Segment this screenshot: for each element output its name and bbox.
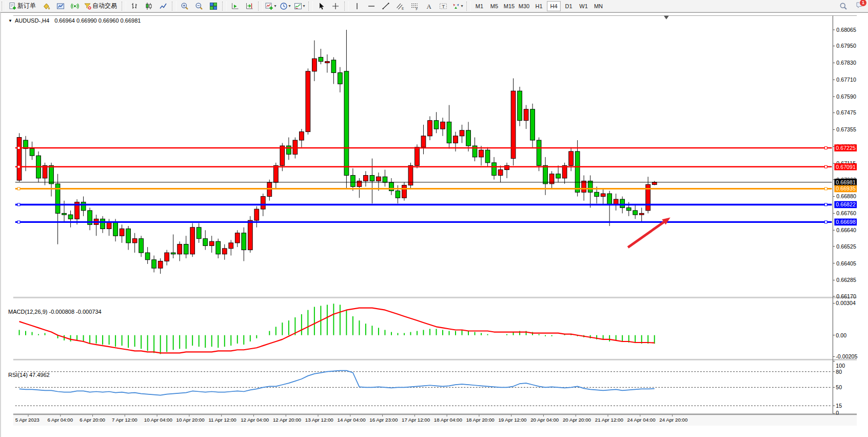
time-tick-label: 6 Apr 04:00 bbox=[48, 417, 73, 423]
auto-trading-button[interactable]: 自动交易 bbox=[82, 1, 120, 12]
bear-candle bbox=[30, 148, 34, 156]
timeframe-button-m5[interactable]: M5 bbox=[487, 1, 501, 11]
bull-candle bbox=[652, 182, 657, 185]
bull-candle bbox=[377, 177, 381, 181]
line-handle[interactable] bbox=[17, 187, 20, 190]
time-tick-label: 5 Apr 2023 bbox=[15, 417, 40, 423]
arrows-icon bbox=[452, 2, 460, 10]
line-handle[interactable] bbox=[824, 203, 827, 206]
bull-candle bbox=[312, 59, 317, 71]
candlestick-chart-button[interactable] bbox=[142, 1, 156, 12]
chart-canvas[interactable]: 0.680650.679500.678300.677100.675900.674… bbox=[1, 13, 868, 437]
channel-icon: E bbox=[396, 2, 404, 10]
market-watch-button[interactable] bbox=[53, 1, 68, 12]
bear-candle bbox=[383, 177, 387, 182]
vertical-line-button[interactable] bbox=[350, 1, 364, 12]
bar-chart-button[interactable] bbox=[127, 1, 142, 12]
bear-candle bbox=[216, 241, 221, 254]
vline-icon bbox=[353, 2, 361, 10]
new-order-button-label: 新订单 bbox=[17, 2, 36, 10]
text-button[interactable]: A bbox=[422, 1, 436, 12]
price-line-label: 0.66981 bbox=[836, 179, 856, 185]
timeframe-button-m30[interactable]: M30 bbox=[517, 1, 531, 11]
timeframe-button-d1[interactable]: D1 bbox=[562, 1, 576, 11]
timeframe-button-m15[interactable]: M15 bbox=[502, 1, 516, 11]
arrows-button[interactable]: ▾ bbox=[450, 1, 465, 12]
price-tick-label: 0.68065 bbox=[836, 27, 856, 33]
time-axis[interactable]: 5 Apr 20236 Apr 04:006 Apr 20:007 Apr 12… bbox=[13, 414, 857, 425]
hline-icon bbox=[367, 2, 376, 10]
rsi-tick-label: 15 bbox=[836, 403, 842, 409]
notification-badge: 1 bbox=[859, 0, 867, 7]
bear-candle bbox=[319, 57, 323, 61]
timeframe-button-m1[interactable]: M1 bbox=[472, 1, 486, 11]
svg-text:A: A bbox=[427, 2, 432, 10]
equidistant-channel-button[interactable]: E bbox=[393, 1, 407, 12]
line-handle[interactable] bbox=[17, 221, 20, 223]
time-tick-label: 10 Apr 20:00 bbox=[176, 417, 205, 423]
tile-windows-button[interactable] bbox=[206, 1, 221, 12]
line-handle[interactable] bbox=[824, 165, 827, 168]
line-handle[interactable] bbox=[824, 187, 827, 190]
timeframe-button-h4[interactable]: H4 bbox=[547, 1, 561, 11]
timeframe-button-mn[interactable]: MN bbox=[591, 1, 605, 11]
periods-button[interactable]: ▾ bbox=[278, 1, 292, 12]
bear-candle bbox=[68, 215, 73, 219]
chart-shift-button[interactable] bbox=[242, 1, 257, 12]
bucket-icon bbox=[42, 2, 50, 10]
line-chart-button[interactable] bbox=[156, 1, 170, 12]
line-handle[interactable] bbox=[17, 203, 20, 206]
styler-button[interactable] bbox=[39, 1, 53, 12]
trendline-button[interactable] bbox=[379, 1, 393, 12]
bull-candle bbox=[261, 197, 265, 210]
indicators-button[interactable]: ▾ bbox=[264, 1, 278, 12]
bear-candle bbox=[492, 163, 497, 176]
bear-candle bbox=[139, 239, 144, 253]
macd-tick-label: 0.00304 bbox=[836, 300, 856, 306]
line-handle[interactable] bbox=[824, 221, 827, 223]
time-tick-label: 21 Apr 12:00 bbox=[595, 417, 624, 423]
bear-candle bbox=[434, 121, 439, 129]
bear-candle bbox=[620, 199, 625, 207]
cursor-button[interactable] bbox=[314, 1, 328, 12]
rsi-tick-label: 80 bbox=[836, 369, 842, 375]
fibonacci-button[interactable]: F bbox=[407, 1, 422, 12]
bear-candle bbox=[588, 181, 593, 192]
bull-candle bbox=[222, 249, 227, 254]
bear-candle bbox=[556, 174, 561, 178]
price-line-label: 0.67225 bbox=[836, 145, 856, 151]
auto-scroll-button[interactable] bbox=[228, 1, 242, 12]
search-button[interactable] bbox=[836, 1, 851, 12]
line-handle[interactable] bbox=[17, 147, 20, 149]
zoom-out-button[interactable] bbox=[192, 1, 206, 12]
timeframe-button-w1[interactable]: W1 bbox=[577, 1, 590, 11]
toolbar-grip bbox=[466, 2, 471, 11]
dropdown-caret-icon: ▾ bbox=[461, 4, 463, 8]
bull-candle bbox=[498, 170, 503, 176]
templates-button[interactable]: ▾ bbox=[292, 1, 307, 12]
time-tick-label: 24 Apr 20:00 bbox=[659, 417, 688, 423]
bull-candle bbox=[165, 253, 169, 261]
chat-button[interactable]: 1 bbox=[856, 1, 864, 11]
new-order-button[interactable]: 新订单 bbox=[7, 1, 39, 12]
price-line-label: 0.67091 bbox=[836, 164, 856, 170]
dropdown-caret-icon: ▾ bbox=[288, 4, 290, 8]
zoom-in-button[interactable] bbox=[177, 1, 192, 12]
bull-candle bbox=[299, 132, 304, 140]
text-label-button[interactable]: T bbox=[436, 1, 450, 12]
signals-button[interactable] bbox=[68, 1, 82, 12]
bear-candle bbox=[331, 60, 336, 73]
line-handle[interactable] bbox=[17, 165, 20, 168]
bull-candle bbox=[524, 109, 528, 121]
horizontal-line-button[interactable] bbox=[364, 1, 379, 12]
line-handle[interactable] bbox=[824, 147, 827, 149]
chart-window[interactable]: 0.680650.679500.678300.677100.675900.674… bbox=[0, 12, 868, 437]
toolbar-grip bbox=[122, 2, 126, 11]
tile-windows-icon bbox=[209, 2, 218, 10]
bear-candle bbox=[338, 73, 342, 84]
dropdown-caret-icon: ▾ bbox=[303, 4, 305, 8]
bull-candle bbox=[177, 244, 182, 254]
timeframe-button-h1[interactable]: H1 bbox=[532, 1, 546, 11]
bear-candle bbox=[81, 202, 86, 211]
crosshair-button[interactable] bbox=[328, 1, 343, 12]
